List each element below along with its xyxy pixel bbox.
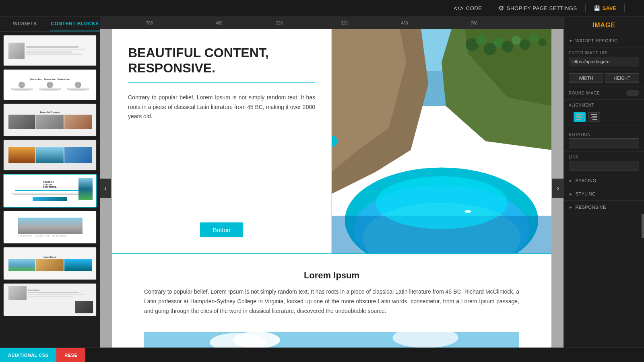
svg-point-20 [520,39,530,50]
code-button[interactable]: </> CODE [449,2,487,14]
collapse-arrow-spacing: ► [569,179,573,183]
canvas-scroll[interactable]: ‹ › BEAUTIFUL CONTENT, RESPONSIVE. Contr… [100,29,564,348]
alignment-field: ALIGNMENT [564,100,644,129]
collapse-arrow-styling: ► [569,192,573,196]
list-item[interactable]: Lorem Ipsum [3,283,97,316]
code-label: CODE [466,5,482,11]
save-icon: 💾 [594,5,600,11]
additional-css-button[interactable]: ADDITIONAL CSS [0,348,56,362]
bottom-image-placeholder [144,332,519,348]
image-url-field: ENTER IMAGE URL [564,47,644,70]
divider-2 [585,4,586,12]
svg-point-27 [233,332,280,348]
bottom-image-section [112,332,551,348]
spacing-label: SPACING [575,178,596,183]
widget-specific-label: WIDGET SPECIFIC [575,38,617,43]
svg-point-19 [512,36,521,45]
round-image-toggle[interactable] [626,90,639,96]
svg-point-13 [464,210,471,213]
list-item[interactable] [3,35,97,66]
round-image-row: ROUND IMAGE [564,86,644,100]
hero-cta-button[interactable]: Button [200,222,243,237]
responsive-label: RESPONSIVE [575,205,606,210]
widget-specific-section[interactable]: ▼ WIDGET SPECIFIC [564,34,644,47]
svg-rect-23 [144,332,519,348]
list-item[interactable]: BEAUTIFULCONTENT,RESPONSIVE. [3,174,97,208]
right-panel-title: IMAGE [564,17,644,34]
panel-scrollbar[interactable] [642,214,644,238]
hero-left-column: BEAUTIFUL CONTENT, RESPONSIVE. Contrary … [112,29,332,253]
collapse-arrow-responsive: ► [569,205,573,210]
list-item[interactable]: Feature Item Feature Item Feature Item [3,69,97,100]
hero-section: BEAUTIFUL CONTENT, RESPONSIVE. Contrary … [112,29,551,254]
save-label: SAVE [603,5,616,11]
divider-1 [490,4,490,12]
right-panel: IMAGE ▼ WIDGET SPECIFIC ENTER IMAGE URL … [564,17,644,348]
list-item[interactable]: Lorem Ipsum [3,247,97,280]
alignment-buttons [569,109,639,125]
canvas-nav-right-button[interactable]: › [552,179,564,198]
link-label: LINK [569,155,639,159]
top-bar: </> CODE ⚙ SHOPIFY PAGE SETTINGS 💾 SAVE [0,0,644,17]
canvas-nav-left-button[interactable]: ‹ [100,179,111,198]
lorem-title: Lorem Ipsum [144,270,519,281]
lorem-body-text: Contrary to popular belief, Lorem Ipsum … [144,287,519,316]
rotation-input[interactable] [569,138,639,148]
link-field: LINK [564,152,644,174]
styling-section[interactable]: ► STYLING [564,187,644,201]
hero-right-image[interactable]: ⋮ [332,29,551,253]
ruler-mark-480-right: 480 [401,21,408,25]
lorem-section: Lorem Ipsum Contrary to popular belief, … [112,254,551,332]
svg-point-22 [539,38,547,46]
sidebar-items-list: Feature Item Feature Item Feature Item [0,32,100,348]
link-input[interactable] [569,161,639,171]
canvas-area: 768 480 320 320 480 768 ‹ › BEAUTIFUL CO… [100,17,564,348]
align-left-button[interactable] [574,112,586,122]
ruler-marks: 768 480 320 320 480 768 [100,17,564,29]
hero-image-svg [332,29,551,253]
svg-point-18 [502,41,513,52]
styling-label: STYLING [575,191,596,196]
list-item[interactable] [3,140,97,171]
hero-body-text: Contrary to popular belief, Lorem Ipsum … [128,93,315,121]
list-item[interactable]: LOREM IPSUM LOREM IPSUM LOREM IPSUM [3,211,97,244]
tab-widgets[interactable]: WIDGETS [0,17,50,31]
height-label: HEIGHT [605,73,640,83]
width-label: WIDTH [569,73,603,83]
gear-icon: ⚙ [498,4,504,12]
settings-label: SHOPIFY PAGE SETTINGS [507,5,577,11]
settings-button[interactable]: ⚙ SHOPIFY PAGE SETTINGS [493,2,582,14]
bottom-image-svg [144,332,519,348]
tab-content-blocks[interactable]: CONTENT BLOCKS [50,17,100,31]
ruler-mark-768-left: 768 [146,21,153,25]
canvas-content: BEAUTIFUL CONTENT, RESPONSIVE. Contrary … [112,29,551,348]
responsive-section[interactable]: ► RESPONSIVE [564,201,644,214]
expand-button[interactable] [628,3,639,14]
svg-point-12 [376,176,508,229]
code-icon: </> [454,5,464,12]
rotation-field: ROTATION [564,129,644,152]
round-image-label: ROUND IMAGE [569,91,600,95]
spacing-section[interactable]: ► SPACING [564,174,644,187]
list-item[interactable]: Beautiful Content [3,103,97,136]
width-height-row: WIDTH HEIGHT [564,70,644,86]
svg-point-21 [529,33,538,42]
reset-button[interactable]: RESE [56,348,85,362]
sidebar-tabs: WIDGETS CONTENT BLOCKS [0,17,100,32]
left-sidebar: WIDGETS CONTENT BLOCKS [0,17,100,348]
align-right-button[interactable] [588,112,600,122]
image-url-input[interactable] [569,57,639,66]
panel-spacer [564,214,644,348]
main-layout: WIDGETS CONTENT BLOCKS [0,17,644,348]
alignment-label: ALIGNMENT [569,103,639,107]
ruler-mark-480-left: 480 [216,21,223,25]
ruler-mark-320-left: 320 [276,21,283,25]
collapse-arrow-widget: ▼ [569,39,573,43]
bottom-bar: ADDITIONAL CSS RESE [0,348,644,362]
save-button[interactable]: 💾 SAVE [589,3,621,14]
ruler-mark-320-right: 320 [341,21,348,25]
ruler-mark-768-right: 768 [471,21,478,25]
svg-point-15 [476,35,486,45]
rotation-label: ROTATION [569,132,639,137]
divider-3 [624,4,625,12]
